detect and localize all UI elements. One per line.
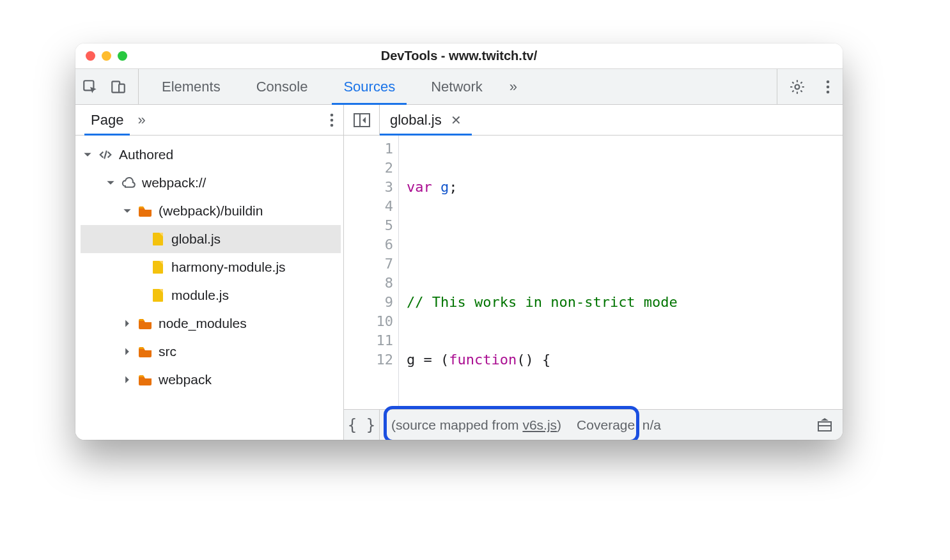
line-number: 10	[344, 312, 393, 331]
window-title: DevTools - www.twitch.tv/	[75, 49, 843, 63]
inspect-element-icon[interactable]	[82, 79, 98, 95]
line-number: 3	[344, 178, 393, 197]
code-content: var g; // This works in non-strict mode …	[399, 136, 754, 409]
folder-icon	[138, 316, 152, 331]
chevron-down-icon	[123, 206, 132, 215]
chevron-right-icon	[123, 347, 132, 356]
chevron-right-icon	[123, 319, 132, 328]
chevron-down-icon	[83, 150, 92, 159]
tree-node-src[interactable]: src	[81, 338, 341, 366]
tree-label: node_modules	[159, 316, 247, 331]
editor-statusbar: { } (source mapped from v6s.js) Coverage…	[344, 409, 843, 440]
svg-rect-2	[119, 84, 125, 92]
tree-node-node-modules[interactable]: node_modules	[81, 309, 341, 338]
svg-point-8	[331, 118, 334, 121]
tree-node-buildin[interactable]: (webpack)/buildin	[81, 197, 341, 225]
source-map-origin-link[interactable]: v6s.js	[522, 417, 557, 432]
line-number: 11	[344, 331, 393, 350]
tree-label: (webpack)/buildin	[159, 203, 263, 219]
close-window-button[interactable]	[86, 51, 95, 61]
file-icon	[151, 232, 165, 246]
line-number: 4	[344, 197, 393, 216]
tree-node-webpack-folder[interactable]: webpack	[81, 366, 341, 394]
line-number: 6	[344, 235, 393, 254]
line-number: 7	[344, 254, 393, 274]
navigator-tabs-overflow[interactable]: »	[137, 112, 145, 128]
device-toolbar-icon[interactable]	[110, 79, 127, 95]
tree-label: src	[159, 344, 176, 359]
gear-icon[interactable]	[789, 79, 806, 95]
code-editor[interactable]: 1 2 3 4 5 6 7 8 9 10 11 12 var g; // Thi…	[344, 136, 843, 409]
tree-node-webpack-scheme[interactable]: webpack://	[81, 169, 341, 197]
tab-elements[interactable]: Elements	[144, 69, 238, 104]
tree-file-harmony[interactable]: harmony-module.js	[81, 253, 341, 281]
file-icon	[151, 260, 165, 274]
tree-label: Authored	[119, 147, 173, 162]
line-number: 9	[344, 293, 393, 312]
tree-label: module.js	[171, 288, 229, 303]
tree-file-global[interactable]: global.js	[81, 225, 341, 253]
line-number: 2	[344, 159, 393, 178]
show-drawer-icon[interactable]	[817, 418, 832, 432]
line-number: 8	[344, 274, 393, 293]
editor-tab-label: global.js	[390, 112, 442, 128]
zoom-window-button[interactable]	[118, 51, 127, 61]
tabs-overflow[interactable]: »	[501, 69, 526, 104]
svg-point-7	[331, 113, 334, 116]
tree-label: webpack://	[142, 175, 206, 191]
tab-network[interactable]: Network	[413, 69, 501, 104]
close-tab-icon[interactable]: ✕	[451, 113, 462, 128]
kebab-menu-icon[interactable]	[820, 79, 836, 95]
folder-icon	[138, 373, 152, 387]
tree-label: harmony-module.js	[171, 260, 286, 275]
navigator-menu-icon[interactable]	[329, 105, 334, 135]
minimize-window-button[interactable]	[102, 51, 111, 61]
tree-file-module[interactable]: module.js	[81, 281, 341, 309]
main-toolbar: Elements Console Sources Network »	[75, 69, 843, 105]
toggle-navigator-icon[interactable]	[344, 105, 380, 135]
pretty-print-icon[interactable]: { }	[344, 410, 380, 440]
svg-point-9	[331, 123, 334, 127]
line-number: 12	[344, 350, 393, 369]
window-controls	[75, 51, 127, 61]
coverage-label: Coverage: n/a	[577, 417, 661, 433]
svg-point-3	[795, 84, 800, 89]
chevron-down-icon	[106, 178, 115, 187]
line-number: 1	[344, 139, 393, 159]
tree-label: webpack	[159, 372, 212, 387]
source-mapped-label: (source mapped from v6s.js)	[391, 417, 561, 433]
code-icon	[98, 148, 113, 162]
navigator-sidebar: Page » Authored webpack://	[75, 105, 344, 440]
panel-tabs: Elements Console Sources Network »	[144, 69, 777, 104]
file-icon	[151, 288, 165, 302]
tab-console[interactable]: Console	[238, 69, 326, 104]
tree-label: global.js	[171, 231, 221, 247]
editor-tabstrip: global.js ✕	[344, 105, 843, 136]
navigator-tab-page[interactable]: Page	[82, 105, 132, 135]
svg-rect-13	[354, 114, 370, 127]
tree-node-authored[interactable]: Authored	[81, 141, 341, 169]
navigator-tabs: Page »	[75, 105, 343, 136]
line-gutter: 1 2 3 4 5 6 7 8 9 10 11 12	[344, 136, 399, 409]
svg-point-4	[827, 80, 830, 83]
file-tree: Authored webpack:// (webpack)/buildin	[75, 136, 343, 440]
folder-icon	[138, 204, 152, 218]
titlebar: DevTools - www.twitch.tv/	[75, 43, 843, 69]
svg-point-6	[827, 90, 830, 93]
tab-sources[interactable]: Sources	[325, 69, 413, 104]
cloud-icon	[121, 176, 136, 190]
editor-tab-global[interactable]: global.js ✕	[380, 105, 472, 135]
devtools-window: DevTools - www.twitch.tv/ Elements Conso…	[75, 43, 843, 440]
folder-icon	[138, 345, 152, 359]
line-number: 5	[344, 216, 393, 235]
editor-pane: global.js ✕ 1 2 3 4 5 6 7 8 9 10 11 1	[344, 105, 843, 440]
svg-point-5	[827, 85, 830, 88]
chevron-right-icon	[123, 375, 132, 384]
